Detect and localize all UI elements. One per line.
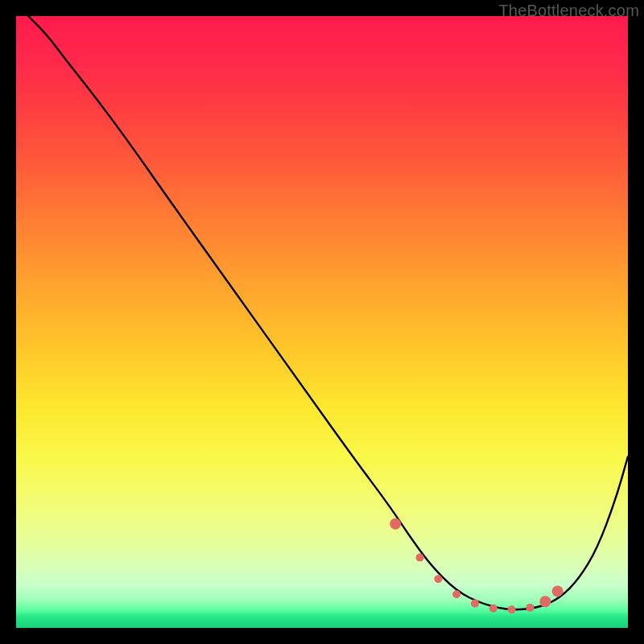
chart-frame: TheBottleneck.com xyxy=(0,0,644,644)
watermark-text: TheBottleneck.com xyxy=(498,2,639,20)
highlight-dot xyxy=(434,575,442,583)
highlight-dot xyxy=(452,590,460,598)
highlight-dot xyxy=(526,604,534,612)
highlight-dot xyxy=(471,600,479,608)
highlight-dot xyxy=(489,605,497,613)
bottleneck-curve xyxy=(28,16,628,609)
highlight-dot xyxy=(552,585,564,597)
highlight-dot xyxy=(539,596,551,607)
highlight-dots-group xyxy=(390,518,563,613)
chart-svg xyxy=(16,16,628,628)
highlight-dot xyxy=(508,605,516,613)
highlight-dot xyxy=(390,518,401,530)
highlight-dot xyxy=(416,554,424,562)
